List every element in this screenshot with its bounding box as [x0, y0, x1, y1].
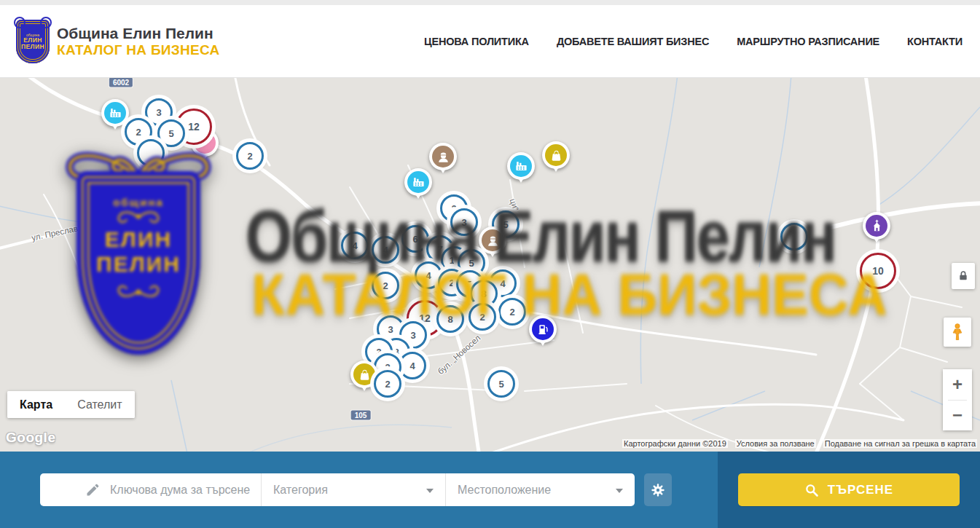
location-placeholder: Местоположение	[458, 484, 551, 497]
nav-route-schedule[interactable]: МАРШРУТНО РАЗПИСАНИЕ	[737, 36, 879, 47]
factory-icon	[514, 159, 528, 173]
factory-pin-marker[interactable]	[101, 99, 129, 127]
main-nav: ЦЕНОВА ПОЛИТИКА ДОБАВЕТЕ ВАШИЯТ БИЗНЕС М…	[424, 36, 963, 47]
google-logo[interactable]: Google	[6, 430, 55, 446]
cluster-marker[interactable]: 5	[487, 370, 515, 398]
map-type-control: Карта Сателит	[7, 391, 135, 418]
category-select[interactable]: Категория	[262, 473, 446, 506]
keyword-input[interactable]	[109, 483, 257, 497]
shopping-bag-icon	[549, 149, 563, 162]
lock-icon	[957, 270, 969, 282]
zoom-control: + −	[943, 369, 972, 430]
cluster-marker[interactable]: 4	[399, 352, 426, 379]
cluster-marker[interactable]: 2	[469, 303, 496, 331]
search-controls: Категория Местоположение	[40, 473, 635, 506]
map-attribution: Картографски данни ©2019 Условия за полз…	[622, 439, 977, 448]
church-pin-marker[interactable]	[863, 212, 890, 240]
lock-button[interactable]	[952, 263, 975, 289]
top-strip	[0, 0, 980, 5]
church-icon	[870, 219, 884, 233]
cluster-marker[interactable]: 2	[374, 370, 401, 398]
factory-pin-marker[interactable]	[404, 168, 432, 196]
report-map-error-link[interactable]: Подаване на сигнал за грешка в картата	[823, 439, 977, 448]
keyword-field	[40, 473, 262, 506]
worker-icon	[486, 234, 500, 248]
shopping-bag-icon	[358, 368, 372, 382]
bag-pin-marker[interactable]	[542, 141, 570, 169]
factory-icon	[412, 176, 426, 189]
cluster-marker[interactable]: 2	[236, 142, 264, 170]
site-title: Община Елин Пелин	[57, 25, 220, 42]
cluster-marker[interactable]: 2	[498, 298, 526, 326]
cluster-marker[interactable]: 4	[341, 232, 369, 259]
cluster-marker[interactable]: 6	[401, 225, 429, 253]
search-button-label: ТЪРСЕНЕ	[828, 483, 893, 497]
settings-button[interactable]	[644, 473, 672, 506]
location-select[interactable]: Местоположение	[446, 473, 635, 506]
cluster-marker[interactable]: 3	[450, 208, 478, 236]
markers-layer: 321252 235 6447135 4227481022128 338343 …	[0, 78, 980, 452]
factory-pin-marker[interactable]	[507, 152, 535, 180]
pencil-icon	[85, 483, 100, 497]
municipality-logo: община ЕЛИН ПЕЛИН	[16, 20, 50, 63]
pegman-button[interactable]	[944, 318, 971, 347]
search-button[interactable]: ТЪРСЕНЕ	[738, 473, 960, 506]
cluster-marker[interactable]: 10	[860, 253, 896, 289]
chevron-down-icon	[426, 489, 434, 493]
chevron-down-icon	[616, 489, 623, 493]
cluster-marker[interactable]: 2	[372, 272, 399, 299]
zoom-in-button[interactable]: +	[943, 369, 972, 400]
brand[interactable]: община ЕЛИН ПЕЛИН Община Елин Пелин КАТА…	[16, 20, 220, 63]
search-bar-right: ТЪРСЕНЕ	[718, 452, 980, 528]
page: община ЕЛИН ПЕЛИН Община Елин Пелин КАТА…	[0, 0, 980, 528]
gear-icon	[650, 482, 666, 498]
cluster-marker[interactable]: 5	[157, 119, 185, 147]
search-bar: Категория Местоположение	[0, 452, 980, 528]
map-type-satellite-button[interactable]: Сателит	[65, 391, 134, 418]
cluster-marker[interactable]: 8	[436, 305, 464, 333]
cluster-marker[interactable]	[137, 139, 165, 167]
cluster-marker[interactable]	[780, 223, 808, 251]
terms-link[interactable]: Условия за ползване	[735, 439, 816, 448]
map-data-copyright: Картографски данни ©2019	[622, 439, 728, 448]
worker-pin-marker[interactable]	[429, 143, 457, 170]
zoom-out-button[interactable]: −	[943, 401, 972, 431]
map-canvas[interactable]: 321252 235 6447135 4227481022128 338343 …	[0, 78, 980, 452]
logo-name-line2: ПЕЛИН	[21, 44, 44, 50]
nav-contacts[interactable]: КОНТАКТИ	[907, 36, 963, 47]
nav-pricing-policy[interactable]: ЦЕНОВА ПОЛИТИКА	[424, 36, 529, 47]
category-placeholder: Категория	[273, 484, 328, 497]
factory-icon	[109, 106, 122, 120]
header: община ЕЛИН ПЕЛИН Община Елин Пелин КАТА…	[0, 5, 980, 78]
search-icon	[804, 483, 819, 497]
fuel-pump-icon	[536, 323, 550, 336]
map-type-map-button[interactable]: Карта	[7, 391, 65, 418]
gas-pin-marker[interactable]	[529, 315, 557, 343]
worker-icon	[436, 150, 450, 164]
nav-add-business[interactable]: ДОБАВЕТЕ ВАШИЯТ БИЗНЕС	[557, 36, 709, 47]
cluster-marker[interactable]: 4	[372, 236, 399, 264]
worker-pin-marker[interactable]	[479, 226, 506, 254]
pegman-icon	[949, 322, 965, 342]
brand-text: Община Елин Пелин КАТАЛОГ НА БИЗНЕСА	[57, 25, 220, 58]
search-bar-left: Категория Местоположение	[0, 452, 718, 528]
site-subtitle: КАТАЛОГ НА БИЗНЕСА	[57, 42, 220, 58]
